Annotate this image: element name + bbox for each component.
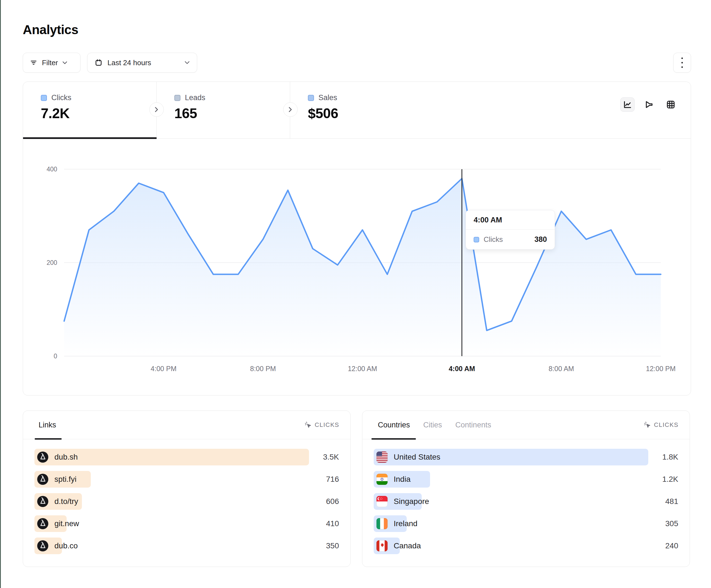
- item-label: dub.sh: [55, 453, 78, 461]
- stats-tabs-row: Clicks 7.2K Leads 165 Sales $506: [23, 82, 691, 139]
- line-chart-icon: [623, 100, 632, 109]
- tooltip-series-label: Clicks: [483, 235, 530, 244]
- item-label: India: [394, 475, 411, 484]
- item-click-count: 305: [655, 519, 678, 528]
- list-item[interactable]: spti.fyi 716: [35, 471, 339, 488]
- links-tab-underline: [35, 438, 62, 439]
- more-options-button[interactable]: [673, 53, 691, 73]
- tab-cities[interactable]: Cities: [423, 421, 442, 429]
- metric-label: CLICKS: [654, 421, 678, 429]
- clicks-area-chart[interactable]: [64, 169, 661, 356]
- stat-label: Clicks: [51, 93, 71, 102]
- kebab-menu-icon: [681, 57, 684, 68]
- item-label: d.to/try: [55, 497, 78, 506]
- expand-stat-arrow[interactable]: [149, 103, 164, 117]
- ca-flag-icon: [376, 540, 388, 551]
- stat-value: 165: [174, 106, 290, 121]
- dub-logo-icon: [37, 474, 48, 485]
- item-label: Canada: [394, 541, 421, 550]
- metric-label: CLICKS: [315, 421, 339, 429]
- dub-logo-icon: [37, 452, 48, 462]
- item-label: Singapore: [394, 497, 429, 506]
- date-range-label: Last 24 hours: [107, 59, 151, 67]
- chart-tooltip: 4:00 AM Clicks 380: [466, 210, 555, 250]
- calendar-icon: [95, 59, 103, 67]
- list-item[interactable]: dub.sh 3.5K: [35, 449, 339, 466]
- clicks-legend-swatch: [41, 95, 47, 101]
- sg-flag-icon: [376, 496, 388, 507]
- grid-icon: [666, 100, 675, 109]
- window-edge-accent: [0, 0, 1, 588]
- tab-countries[interactable]: Countries: [378, 421, 410, 429]
- item-label: spti.fyi: [55, 475, 76, 484]
- page-title: Analytics: [23, 22, 78, 37]
- analytics-chart-card: Clicks 7.2K Leads 165 Sales $506: [23, 82, 691, 395]
- item-click-count: 1.2K: [655, 475, 678, 484]
- cursor-click-icon: [644, 421, 651, 429]
- dub-logo-icon: [37, 518, 48, 529]
- item-label: git.new: [55, 519, 79, 528]
- stat-label: Leads: [185, 93, 206, 102]
- countries-tab-underline: [371, 438, 416, 439]
- list-item[interactable]: Singapore 481: [374, 493, 678, 510]
- item-click-count: 350: [316, 541, 339, 550]
- list-item[interactable]: United States 1.8K: [374, 449, 678, 466]
- funnel-icon: [644, 100, 654, 109]
- item-label: dub.co: [55, 541, 78, 550]
- list-item[interactable]: git.new 410: [35, 515, 339, 532]
- item-click-count: 1.8K: [655, 453, 678, 461]
- list-item[interactable]: dub.co 350: [35, 538, 339, 554]
- date-range-button[interactable]: Last 24 hours: [87, 53, 197, 73]
- stat-value: 7.2K: [41, 106, 156, 121]
- line-chart-view-button[interactable]: [620, 97, 635, 112]
- dub-logo-icon: [37, 540, 48, 551]
- tab-clicks[interactable]: Clicks 7.2K: [23, 82, 156, 138]
- sales-legend-swatch: [308, 95, 314, 101]
- list-item[interactable]: India 1.2K: [374, 471, 678, 488]
- list-item[interactable]: Ireland 305: [374, 515, 678, 532]
- item-click-count: 606: [316, 497, 339, 506]
- active-tab-underline: [23, 137, 156, 139]
- in-flag-icon: [376, 474, 388, 485]
- list-item[interactable]: d.to/try 606: [35, 493, 339, 510]
- table-view-button[interactable]: [664, 97, 678, 112]
- filter-icon: [30, 59, 38, 67]
- item-click-count: 716: [316, 475, 339, 484]
- tooltip-legend-swatch: [474, 237, 479, 243]
- tooltip-value: 380: [534, 235, 547, 244]
- us-flag-icon: [376, 452, 388, 462]
- item-click-count: 3.5K: [316, 453, 339, 461]
- item-click-count: 481: [655, 497, 678, 506]
- ie-flag-icon: [376, 518, 388, 529]
- funnel-view-button[interactable]: [642, 97, 656, 112]
- item-click-count: 240: [655, 541, 678, 550]
- item-label: Ireland: [394, 519, 417, 528]
- leads-legend-swatch: [174, 95, 180, 101]
- tooltip-time: 4:00 AM: [466, 210, 555, 230]
- filter-button-label: Filter: [42, 59, 58, 67]
- item-label: United States: [394, 453, 440, 461]
- chevron-down-icon: [62, 61, 67, 64]
- item-click-count: 410: [316, 519, 339, 528]
- expand-stat-arrow[interactable]: [283, 103, 298, 117]
- tab-continents[interactable]: Continents: [455, 421, 491, 429]
- chevron-down-icon: [185, 61, 190, 64]
- stat-label: Sales: [319, 93, 337, 102]
- list-item[interactable]: Canada 240: [374, 538, 678, 554]
- cursor-click-icon: [305, 421, 312, 429]
- clicks-metric-selector[interactable]: CLICKS: [305, 421, 339, 429]
- links-panel: Links CLICKS dub.sh 3.5K spti.fyi: [23, 410, 351, 567]
- tab-links[interactable]: Links: [39, 421, 56, 429]
- clicks-metric-selector[interactable]: CLICKS: [644, 421, 678, 429]
- tab-leads[interactable]: Leads 165: [156, 82, 290, 138]
- geo-panel: CountriesCitiesContinents CLICKS United …: [362, 410, 690, 567]
- dub-logo-icon: [37, 496, 48, 507]
- filter-button[interactable]: Filter: [23, 53, 81, 73]
